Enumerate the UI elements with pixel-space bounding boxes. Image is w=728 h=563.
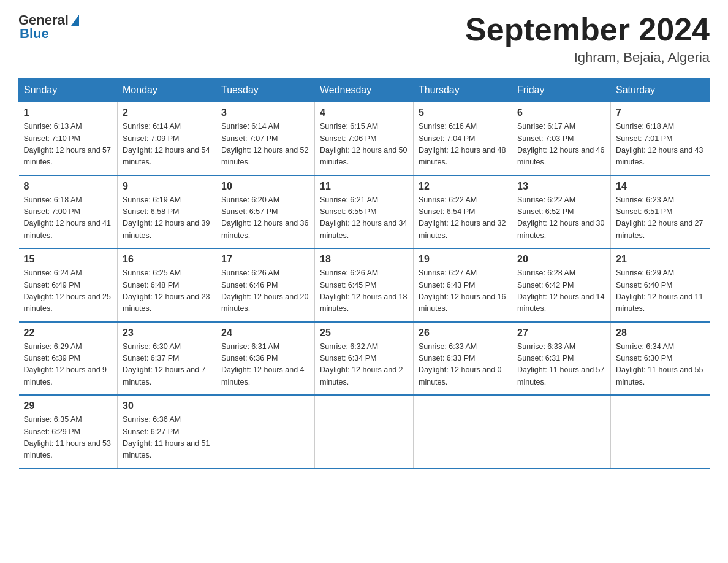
day-info: Sunrise: 6:16 AMSunset: 7:04 PMDaylight:… — [419, 121, 507, 169]
day-cell — [512, 395, 611, 469]
day-cell: 4Sunrise: 6:15 AMSunset: 7:06 PMDaylight… — [315, 102, 414, 175]
day-number: 19 — [419, 254, 507, 265]
day-info: Sunrise: 6:35 AMSunset: 6:29 PMDaylight:… — [24, 414, 113, 462]
day-number: 6 — [517, 107, 605, 118]
header-cell-thursday: Thursday — [414, 79, 512, 102]
day-cell: 24Sunrise: 6:31 AMSunset: 6:36 PMDayligh… — [216, 322, 315, 396]
header-cell-saturday: Saturday — [611, 79, 710, 102]
day-info: Sunrise: 6:20 AMSunset: 6:57 PMDaylight:… — [221, 194, 309, 242]
day-cell: 11Sunrise: 6:21 AMSunset: 6:55 PMDayligh… — [315, 175, 414, 249]
week-row-3: 15Sunrise: 6:24 AMSunset: 6:49 PMDayligh… — [19, 248, 710, 322]
header-row: SundayMondayTuesdayWednesdayThursdayFrid… — [19, 79, 710, 102]
day-info: Sunrise: 6:30 AMSunset: 6:37 PMDaylight:… — [123, 341, 211, 389]
header-cell-friday: Friday — [512, 79, 611, 102]
day-info: Sunrise: 6:17 AMSunset: 7:03 PMDaylight:… — [517, 121, 605, 169]
day-cell: 22Sunrise: 6:29 AMSunset: 6:39 PMDayligh… — [19, 322, 118, 396]
day-cell: 8Sunrise: 6:18 AMSunset: 7:00 PMDaylight… — [19, 175, 118, 249]
day-cell: 9Sunrise: 6:19 AMSunset: 6:58 PMDaylight… — [118, 175, 216, 249]
day-number: 29 — [24, 400, 113, 412]
day-number: 8 — [24, 181, 113, 192]
day-cell: 17Sunrise: 6:26 AMSunset: 6:46 PMDayligh… — [216, 248, 315, 322]
logo-blue-text: Blue — [20, 26, 49, 42]
day-number: 3 — [221, 107, 309, 118]
day-number: 11 — [320, 181, 408, 192]
day-number: 30 — [123, 400, 211, 412]
day-cell: 29Sunrise: 6:35 AMSunset: 6:29 PMDayligh… — [19, 395, 118, 469]
day-cell: 19Sunrise: 6:27 AMSunset: 6:43 PMDayligh… — [414, 248, 512, 322]
day-info: Sunrise: 6:15 AMSunset: 7:06 PMDaylight:… — [320, 121, 408, 169]
calendar-table: SundayMondayTuesdayWednesdayThursdayFrid… — [18, 78, 710, 469]
day-number: 2 — [123, 107, 211, 118]
week-row-1: 1Sunrise: 6:13 AMSunset: 7:10 PMDaylight… — [19, 102, 710, 175]
header-cell-wednesday: Wednesday — [315, 79, 414, 102]
logo: General Blue — [18, 12, 79, 42]
day-cell: 18Sunrise: 6:26 AMSunset: 6:45 PMDayligh… — [315, 248, 414, 322]
day-number: 24 — [221, 327, 309, 339]
day-info: Sunrise: 6:23 AMSunset: 6:51 PMDaylight:… — [616, 194, 705, 242]
day-cell: 5Sunrise: 6:16 AMSunset: 7:04 PMDaylight… — [414, 102, 512, 175]
week-row-5: 29Sunrise: 6:35 AMSunset: 6:29 PMDayligh… — [19, 395, 710, 469]
day-number: 14 — [616, 181, 705, 192]
day-cell: 20Sunrise: 6:28 AMSunset: 6:42 PMDayligh… — [512, 248, 611, 322]
month-title: September 2024 — [465, 12, 710, 47]
day-cell: 1Sunrise: 6:13 AMSunset: 7:10 PMDaylight… — [19, 102, 118, 175]
day-info: Sunrise: 6:29 AMSunset: 6:39 PMDaylight:… — [24, 341, 113, 389]
day-number: 20 — [517, 254, 605, 265]
day-info: Sunrise: 6:36 AMSunset: 6:27 PMDaylight:… — [123, 414, 211, 462]
day-info: Sunrise: 6:22 AMSunset: 6:52 PMDaylight:… — [517, 194, 605, 242]
day-cell: 26Sunrise: 6:33 AMSunset: 6:33 PMDayligh… — [414, 322, 512, 396]
day-info: Sunrise: 6:34 AMSunset: 6:30 PMDaylight:… — [616, 341, 705, 389]
day-info: Sunrise: 6:26 AMSunset: 6:46 PMDaylight:… — [221, 267, 309, 315]
day-cell: 7Sunrise: 6:18 AMSunset: 7:01 PMDaylight… — [611, 102, 710, 175]
day-cell — [315, 395, 414, 469]
header-cell-sunday: Sunday — [19, 79, 118, 102]
day-info: Sunrise: 6:32 AMSunset: 6:34 PMDaylight:… — [320, 341, 408, 389]
day-cell: 3Sunrise: 6:14 AMSunset: 7:07 PMDaylight… — [216, 102, 315, 175]
day-number: 23 — [123, 327, 211, 339]
day-number: 12 — [419, 181, 507, 192]
day-number: 17 — [221, 254, 309, 265]
day-number: 26 — [419, 327, 507, 339]
day-number: 16 — [123, 254, 211, 265]
calendar-header: SundayMondayTuesdayWednesdayThursdayFrid… — [19, 79, 710, 102]
day-cell: 27Sunrise: 6:33 AMSunset: 6:31 PMDayligh… — [512, 322, 611, 396]
day-info: Sunrise: 6:26 AMSunset: 6:45 PMDaylight:… — [320, 267, 408, 315]
day-cell: 16Sunrise: 6:25 AMSunset: 6:48 PMDayligh… — [118, 248, 216, 322]
day-cell — [414, 395, 512, 469]
day-cell: 23Sunrise: 6:30 AMSunset: 6:37 PMDayligh… — [118, 322, 216, 396]
day-cell: 14Sunrise: 6:23 AMSunset: 6:51 PMDayligh… — [611, 175, 710, 249]
day-number: 13 — [517, 181, 605, 192]
day-cell: 2Sunrise: 6:14 AMSunset: 7:09 PMDaylight… — [118, 102, 216, 175]
week-row-2: 8Sunrise: 6:18 AMSunset: 7:00 PMDaylight… — [19, 175, 710, 249]
day-cell: 25Sunrise: 6:32 AMSunset: 6:34 PMDayligh… — [315, 322, 414, 396]
header-cell-monday: Monday — [118, 79, 216, 102]
day-cell: 6Sunrise: 6:17 AMSunset: 7:03 PMDaylight… — [512, 102, 611, 175]
day-cell: 30Sunrise: 6:36 AMSunset: 6:27 PMDayligh… — [118, 395, 216, 469]
day-cell — [611, 395, 710, 469]
day-number: 28 — [616, 327, 705, 339]
day-number: 18 — [320, 254, 408, 265]
day-number: 7 — [616, 107, 705, 118]
day-info: Sunrise: 6:19 AMSunset: 6:58 PMDaylight:… — [123, 194, 211, 242]
day-info: Sunrise: 6:13 AMSunset: 7:10 PMDaylight:… — [24, 121, 113, 169]
day-number: 1 — [24, 107, 113, 118]
day-info: Sunrise: 6:33 AMSunset: 6:33 PMDaylight:… — [419, 341, 507, 389]
day-cell: 10Sunrise: 6:20 AMSunset: 6:57 PMDayligh… — [216, 175, 315, 249]
day-info: Sunrise: 6:22 AMSunset: 6:54 PMDaylight:… — [419, 194, 507, 242]
day-cell: 12Sunrise: 6:22 AMSunset: 6:54 PMDayligh… — [414, 175, 512, 249]
day-info: Sunrise: 6:21 AMSunset: 6:55 PMDaylight:… — [320, 194, 408, 242]
day-cell: 21Sunrise: 6:29 AMSunset: 6:40 PMDayligh… — [611, 248, 710, 322]
day-number: 4 — [320, 107, 408, 118]
day-cell: 13Sunrise: 6:22 AMSunset: 6:52 PMDayligh… — [512, 175, 611, 249]
day-info: Sunrise: 6:33 AMSunset: 6:31 PMDaylight:… — [517, 341, 605, 389]
calendar-body: 1Sunrise: 6:13 AMSunset: 7:10 PMDaylight… — [19, 102, 710, 469]
day-info: Sunrise: 6:18 AMSunset: 7:00 PMDaylight:… — [24, 194, 113, 242]
day-info: Sunrise: 6:14 AMSunset: 7:07 PMDaylight:… — [221, 121, 309, 169]
day-cell — [216, 395, 315, 469]
day-info: Sunrise: 6:18 AMSunset: 7:01 PMDaylight:… — [616, 121, 705, 169]
day-info: Sunrise: 6:31 AMSunset: 6:36 PMDaylight:… — [221, 341, 309, 389]
week-row-4: 22Sunrise: 6:29 AMSunset: 6:39 PMDayligh… — [19, 322, 710, 396]
day-cell: 15Sunrise: 6:24 AMSunset: 6:49 PMDayligh… — [19, 248, 118, 322]
day-info: Sunrise: 6:29 AMSunset: 6:40 PMDaylight:… — [616, 267, 705, 315]
day-info: Sunrise: 6:24 AMSunset: 6:49 PMDaylight:… — [24, 267, 113, 315]
